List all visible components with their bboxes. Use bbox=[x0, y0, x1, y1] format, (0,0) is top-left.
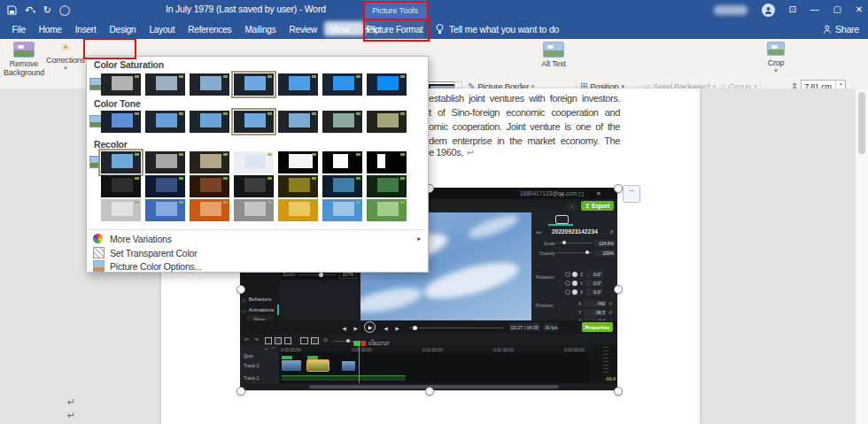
color-swatch[interactable] bbox=[278, 111, 318, 133]
color-swatch[interactable] bbox=[190, 199, 229, 221]
color-swatch[interactable] bbox=[234, 111, 274, 133]
selection-handle-bottom-left[interactable] bbox=[236, 387, 245, 396]
share-button[interactable]: Share bbox=[823, 19, 859, 39]
color-swatch[interactable] bbox=[367, 175, 407, 197]
timeline-scrollbar-thumb bbox=[309, 385, 559, 389]
color-swatch[interactable] bbox=[278, 175, 318, 197]
redo-icon[interactable]: ↻ bbox=[43, 5, 51, 15]
color-swatch[interactable] bbox=[322, 199, 362, 221]
color-swatch[interactable] bbox=[101, 199, 141, 221]
selection-handle-bottom-middle[interactable] bbox=[425, 387, 434, 396]
color-swatch[interactable] bbox=[101, 73, 141, 96]
track1-label: Track 1 bbox=[244, 375, 259, 381]
time-display: 00:27 / 04:05 bbox=[509, 323, 540, 331]
video-clip bbox=[342, 361, 355, 371]
color-swatch[interactable] bbox=[278, 73, 318, 96]
color-swatch[interactable] bbox=[367, 111, 407, 133]
avatar[interactable] bbox=[762, 4, 775, 17]
color-swatch[interactable] bbox=[278, 199, 318, 221]
color-wheel-icon bbox=[93, 234, 103, 243]
color-swatch[interactable] bbox=[101, 111, 141, 133]
color-swatch[interactable] bbox=[101, 151, 141, 173]
keyframe-arrows-icon: ◂ ▸ bbox=[536, 229, 541, 235]
scrollbar-thumb[interactable] bbox=[858, 92, 865, 154]
ribbon-tab[interactable]: Insert bbox=[68, 25, 103, 35]
close-button[interactable]: ✕ bbox=[856, 5, 863, 14]
titlebar-right: ⊡ — ▢ ✕ bbox=[714, 0, 863, 19]
color-swatch[interactable] bbox=[190, 151, 229, 173]
color-swatch[interactable] bbox=[145, 73, 185, 96]
ribbon-tab[interactable]: Design bbox=[103, 25, 143, 35]
ribbon-tab[interactable]: References bbox=[182, 25, 238, 35]
color-swatch[interactable] bbox=[190, 73, 229, 96]
color-swatch[interactable] bbox=[322, 111, 362, 133]
selection-handle-middle-right[interactable] bbox=[614, 285, 623, 294]
vertical-scrollbar[interactable] bbox=[855, 89, 868, 424]
paste-icon bbox=[284, 337, 291, 344]
crop-button[interactable]: Crop ▾ bbox=[763, 42, 788, 74]
document-text-line: dern enterprise in the market economy. T… bbox=[429, 134, 620, 148]
tell-me-box[interactable]: Tell me what you want to do bbox=[436, 19, 559, 39]
step-forward-icon: ▶ bbox=[352, 324, 360, 332]
color-swatch[interactable] bbox=[101, 175, 141, 197]
color-dropdown-menu: Color Saturation Color Tone Recolor More… bbox=[86, 56, 429, 273]
undo-icon[interactable]: ↶▾ bbox=[25, 5, 35, 15]
corrections-button[interactable]: ☀ Corrections ▾ bbox=[46, 42, 85, 72]
color-swatch[interactable] bbox=[322, 151, 362, 173]
restore-button[interactable]: ▢ bbox=[833, 5, 841, 14]
undo-dropdown-icon[interactable]: ▾ bbox=[33, 9, 35, 14]
color-swatch[interactable] bbox=[367, 199, 407, 221]
document-text-line: e 1960s,↵ bbox=[429, 147, 474, 158]
selection-handle-middle-left[interactable] bbox=[236, 285, 245, 294]
slider-rows: Scale 124.6% Opacity 100% bbox=[534, 238, 616, 258]
line-break-mark: ↵ bbox=[467, 148, 474, 158]
customize-qat-icon[interactable]: ◯ bbox=[59, 5, 70, 15]
minimize-button[interactable]: — bbox=[810, 5, 819, 14]
layout-options-icon: ⌒ bbox=[628, 189, 636, 200]
share-person-icon bbox=[823, 25, 832, 34]
alt-text-button[interactable]: Alt Text bbox=[537, 42, 570, 68]
color-swatch[interactable] bbox=[234, 175, 274, 197]
ribbon-tab[interactable]: Layout bbox=[143, 25, 182, 35]
picture-color-options-item[interactable]: Picture Color Options... bbox=[87, 259, 428, 273]
audio-meter-value: -50.4 bbox=[605, 376, 616, 382]
color-swatch[interactable] bbox=[145, 175, 185, 197]
color-swatch[interactable] bbox=[234, 73, 274, 96]
ribbon-tab[interactable]: Mailings bbox=[238, 25, 283, 35]
color-swatch[interactable] bbox=[322, 175, 362, 197]
color-swatch[interactable] bbox=[190, 175, 229, 197]
color-swatch[interactable] bbox=[234, 151, 274, 173]
selection-handle-bottom-right[interactable] bbox=[614, 387, 623, 396]
ribbon-tab[interactable]: Review bbox=[283, 25, 324, 35]
color-swatch[interactable] bbox=[145, 151, 185, 173]
more-variations-item[interactable]: More Variations ▸ bbox=[87, 232, 428, 245]
save-icon[interactable] bbox=[7, 5, 17, 15]
properties-tab-icon bbox=[555, 215, 569, 224]
color-swatch[interactable] bbox=[367, 151, 407, 173]
color-swatch[interactable] bbox=[278, 151, 318, 173]
color-swatch[interactable] bbox=[234, 199, 274, 221]
rotation-dial-icon bbox=[565, 272, 570, 277]
set-transparent-color-item[interactable]: Set Transparent Color bbox=[87, 246, 428, 259]
copy-icon bbox=[275, 337, 282, 344]
selection-handle-top-right[interactable] bbox=[614, 184, 623, 193]
blurred-custom-tab bbox=[324, 21, 365, 36]
sidebar-item-icon: ◇ bbox=[242, 307, 246, 313]
ribbon-tab[interactable]: Home bbox=[32, 25, 68, 35]
color-swatch[interactable] bbox=[367, 73, 407, 96]
document-paragraph: establish joint ventures with foreign in… bbox=[429, 91, 620, 148]
remove-background-button[interactable]: Remove Background bbox=[4, 42, 44, 78]
share-label: Share bbox=[835, 24, 859, 35]
color-swatch[interactable] bbox=[145, 111, 185, 133]
remove-background-icon bbox=[13, 42, 35, 58]
seek-slider bbox=[408, 328, 504, 328]
sidebar-item-icon: ◇ bbox=[242, 297, 246, 303]
layout-options-button[interactable]: ⌒ bbox=[623, 185, 640, 203]
color-swatch[interactable] bbox=[322, 73, 362, 96]
color-swatch[interactable] bbox=[145, 199, 185, 221]
ribbon-display-options-icon[interactable]: ⊡ bbox=[789, 5, 796, 14]
cut-icon bbox=[265, 337, 272, 344]
tab-picture-format[interactable]: Picture Format bbox=[366, 19, 424, 39]
ribbon-tab[interactable]: File bbox=[5, 25, 32, 35]
color-swatch[interactable] bbox=[190, 111, 229, 133]
